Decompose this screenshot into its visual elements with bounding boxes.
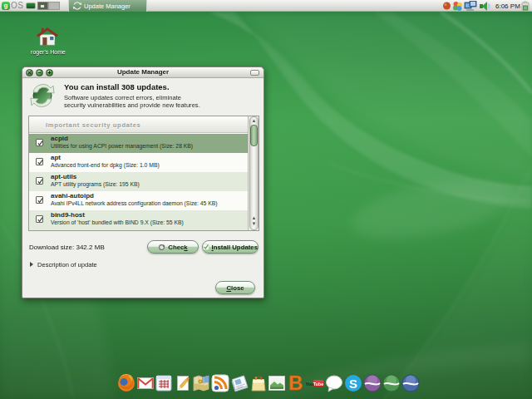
svg-text:S: S [349,377,357,391]
svg-text:Tube: Tube [313,382,324,387]
svg-text:B: B [288,374,303,392]
